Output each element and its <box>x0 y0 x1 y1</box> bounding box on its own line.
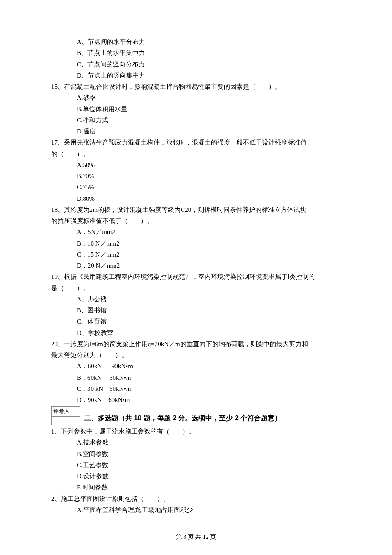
mq1-option-e: E.时间参数 <box>77 482 341 493</box>
q18-option-b: B．10 N／mm2 <box>77 238 341 249</box>
q20-stem-line2: 最大弯矩分别为（ ）。 <box>51 350 341 361</box>
page-footer: 第 3 页 共 12 页 <box>51 532 341 543</box>
q15-option-d: D、节点上的竖向集中力 <box>77 70 341 81</box>
q19-option-d: D、学校教室 <box>77 327 341 338</box>
mq2-options: A.平面布置科学合理,施工场地占用面积少 <box>51 504 341 515</box>
q16-options: A.砂率 B.单位体积用水量 C.拌和方式 D.温度 <box>51 92 341 137</box>
q17-stem-line1: 17、采用先张法生产预应力混凝土构件，放张时，混凝土的强度一般不低于设计强度标准… <box>51 137 341 148</box>
section-2-header-row: 评卷人 二、多选题（共 10 题，每题 2 分。选项中，至少 2 个符合题意） <box>51 405 341 426</box>
q19-stem-line2: 是（ ）。 <box>51 283 341 294</box>
q16-option-c: C.拌和方式 <box>77 115 341 126</box>
mq1-option-c: C.工艺参数 <box>77 460 341 471</box>
q17-options: A.50% B.70% C.75% D.80% <box>51 159 341 204</box>
q20-option-c: C．30 kN 60kN•m <box>77 383 341 394</box>
q17-option-a: A.50% <box>77 159 341 171</box>
mq1-option-a: A.技术参数 <box>77 437 341 448</box>
q18-stem-line2: 的抗压强度标准值不低于（ ）。 <box>51 215 341 226</box>
mq2-option-a: A.平面布置科学合理,施工场地占用面积少 <box>77 504 341 515</box>
grader-box: 评卷人 <box>51 406 80 425</box>
mq2-stem: 2、施工总平面图设计原则包括（ ）。 <box>51 493 341 504</box>
q19-option-a: A、办公楼 <box>77 294 341 305</box>
mq1-option-d: D.设计参数 <box>77 471 341 482</box>
q20-option-b: B．60kN 30kN•m <box>77 372 341 383</box>
q17-option-d: D.80% <box>77 193 341 204</box>
q18-option-d: D．20 N／mm2 <box>77 260 341 271</box>
q15-options: A、节点间的水平分布力 B、节点上的水平集中力 C、节点间的竖向分布力 D、节点… <box>51 36 341 81</box>
page-container: A、节点间的水平分布力 B、节点上的水平集中力 C、节点间的竖向分布力 D、节点… <box>0 0 392 555</box>
q19-option-c: C、体育馆 <box>77 316 341 327</box>
mq1-options: A.技术参数 B.空间参数 C.工艺参数 D.设计参数 E.时间参数 <box>51 437 341 493</box>
q19-stem-line1: 19、根据《民用建筑工程室内环境污染控制规范》，室内环境污染控制环境要求属于Ⅰ类… <box>51 271 341 282</box>
q20-option-a: A．60kN 90kN•m <box>77 361 341 372</box>
q16-stem: 16、在混凝土配合比设计时，影响混凝土拌合物和易性最主要的因素是（ ）。 <box>51 81 341 92</box>
q18-options: A．5N／mm2 B．10 N／mm2 C．15 N／mm2 D．20 N／mm… <box>51 226 341 271</box>
q19-option-b: B、图书馆 <box>77 305 341 316</box>
q17-stem-line2: 的（ ）。 <box>51 148 341 159</box>
section-2-title: 二、多选题（共 10 题，每题 2 分。选项中，至少 2 个符合题意） <box>84 412 281 426</box>
q16-option-d: D.温度 <box>77 126 341 137</box>
q17-option-b: B.70% <box>77 171 341 182</box>
q19-options: A、办公楼 B、图书馆 C、体育馆 D、学校教室 <box>51 294 341 338</box>
mq1-stem: 1、下列参数中，属于流水施工参数的有（ ）。 <box>51 426 341 437</box>
q15-option-c: C、节点间的竖向分布力 <box>77 59 341 70</box>
q17-option-c: C.75% <box>77 182 341 193</box>
q16-option-a: A.砂率 <box>77 92 341 103</box>
q18-option-c: C．15 N／mm2 <box>77 249 341 260</box>
q18-stem-line1: 18、其跨度为2m的板，设计混凝土强度等级为C20，则拆模时同条件养护的标准立方… <box>51 204 341 215</box>
q20-options: A．60kN 90kN•m B．60kN 30kN•m C．30 kN 60kN… <box>51 361 341 405</box>
q15-option-b: B、节点上的水平集中力 <box>77 47 341 58</box>
mq1-option-b: B.空间参数 <box>77 448 341 460</box>
grader-blank-cell <box>52 417 80 425</box>
q18-option-a: A．5N／mm2 <box>77 226 341 237</box>
q15-option-a: A、节点间的水平分布力 <box>77 36 341 47</box>
q20-stem-line1: 20、一跨度为l=6m的简支梁上作用q=20kN／m的垂直向下的均布荷载，则梁中… <box>51 338 341 350</box>
q16-option-b: B.单位体积用水量 <box>77 104 341 115</box>
q20-option-d: D．90kN 60kN•m <box>77 394 341 405</box>
grader-label-cell: 评卷人 <box>52 407 80 417</box>
